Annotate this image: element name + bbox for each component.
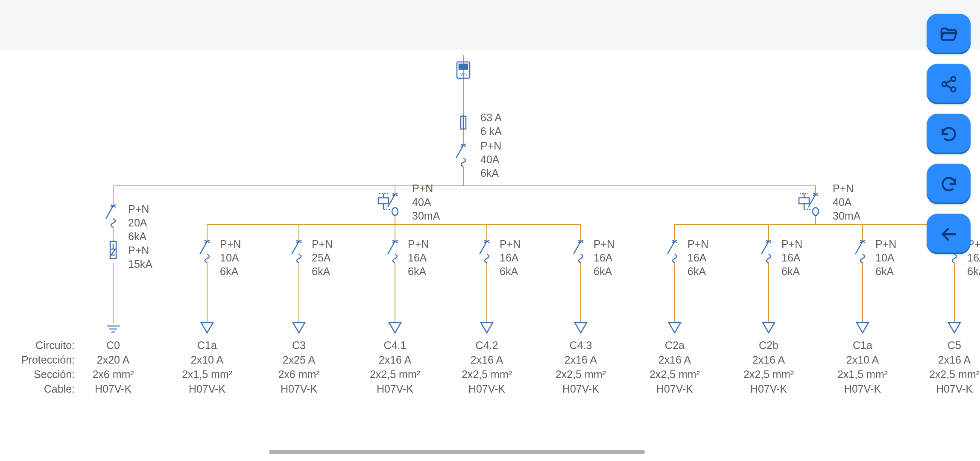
svg-marker-80 [481, 323, 493, 333]
sub-breaker-label: P+N16A6kA [781, 237, 802, 278]
main-breaker-symbol[interactable] [456, 144, 466, 167]
rcd-left-symbol[interactable] [378, 193, 398, 215]
rcd-right-label: P+N 40A 30mA [833, 182, 860, 223]
svg-line-93 [855, 241, 863, 254]
sub-breaker-symbol[interactable] [292, 240, 305, 333]
svg-line-89 [761, 241, 769, 254]
circuit-column: C2b2x16 A2x2,5 mm²H07V-K [743, 338, 794, 396]
c0-earth-symbol[interactable] [107, 326, 120, 332]
toolbar [927, 14, 971, 254]
circuit-column: C02x20 A2x6 mm²H07V-K [92, 338, 134, 396]
circuit-column: C1a2x10 A2x1,5 mm²H07V-K [837, 338, 888, 396]
horizontal-scrollbar[interactable] [269, 450, 645, 454]
redo-button[interactable] [927, 164, 971, 204]
share-button[interactable] [927, 64, 971, 104]
circuit-column: C1a2x10 A2x1,5 mm²H07V-K [182, 338, 232, 396]
circuit-column: C32x25 A2x6 mm²H07V-K [278, 338, 319, 396]
share-icon [940, 75, 958, 93]
table-row-labels: Circuito: Protección: Sección: Cable: [0, 338, 75, 396]
sub-breaker-symbol[interactable] [200, 240, 213, 333]
sub-breaker-label: P+N16A6kA [408, 237, 429, 278]
svg-rect-52 [799, 198, 809, 204]
sub-breaker-label: P+N25A6kA [312, 237, 333, 278]
sub-breaker-symbol[interactable] [667, 240, 681, 333]
svg-line-57 [106, 206, 113, 219]
main-fuse-symbol[interactable] [461, 115, 466, 130]
svg-line-77 [480, 241, 487, 254]
circuit-column: C2a2x16 A2x2,5 mm²H07V-K [649, 338, 700, 396]
circuit-column: C4.22x16 A2x2,5 mm²H07V-K [462, 338, 512, 396]
c0-spd-symbol[interactable] [110, 241, 116, 258]
sub-breaker-label: P+N16A6kA [594, 237, 614, 278]
svg-marker-92 [763, 323, 775, 333]
svg-line-105 [946, 85, 951, 88]
open-button[interactable] [927, 14, 971, 54]
sub-breaker-label: P+N16A6kA [500, 237, 521, 278]
svg-marker-68 [201, 323, 213, 333]
svg-text:Wh: Wh [460, 72, 467, 77]
sub-breaker-label: P+N10A6kA [220, 237, 241, 278]
svg-rect-43 [378, 198, 389, 204]
diagram-canvas[interactable]: Wh [0, 49, 980, 461]
redo-icon [939, 175, 958, 194]
svg-marker-72 [293, 323, 305, 333]
svg-rect-32 [459, 64, 468, 69]
circuit-column: C4.12x16 A2x2,5 mm²H07V-K [370, 338, 420, 396]
svg-line-73 [388, 241, 395, 254]
svg-marker-84 [575, 323, 587, 333]
rcd-right-symbol[interactable] [799, 193, 819, 215]
sub-breaker-symbol[interactable] [388, 240, 401, 333]
folder-open-icon [939, 24, 959, 44]
sub-breaker-symbol[interactable] [480, 240, 493, 333]
circuit-column: C4.32x16 A2x2,5 mm²H07V-K [556, 338, 606, 396]
sub-breaker-symbol[interactable] [573, 240, 587, 333]
back-arrow-icon [939, 225, 958, 244]
back-button[interactable] [927, 214, 971, 254]
svg-line-69 [292, 241, 299, 254]
svg-marker-88 [669, 323, 681, 333]
svg-line-85 [667, 241, 675, 254]
svg-marker-96 [857, 323, 869, 333]
svg-line-65 [200, 241, 207, 254]
svg-point-51 [813, 208, 819, 215]
sub-breaker-label: P+N10A6kA [875, 237, 896, 278]
c0-spd-label: P+N 15kA [128, 244, 152, 271]
svg-point-42 [392, 208, 398, 215]
circuit-column: C52x16 A2x2,5 mm²H07V-K [929, 338, 980, 396]
svg-marker-100 [948, 323, 960, 333]
rcd-left-label: P+N 40A 30mA [412, 182, 440, 223]
c0-breaker-label: P+N 20A 6kA [128, 202, 149, 243]
sub-breaker-label: P+N16A6kA [687, 237, 708, 278]
svg-line-81 [573, 241, 581, 254]
svg-line-36 [456, 145, 463, 158]
main-breaker-label: P+N 40A 6kA [480, 139, 501, 180]
sub-breaker-symbol[interactable] [855, 240, 869, 333]
c0-breaker-symbol[interactable] [106, 205, 116, 227]
svg-marker-76 [389, 323, 401, 333]
top-bar [0, 0, 980, 49]
svg-line-104 [946, 80, 951, 83]
undo-button[interactable] [927, 114, 971, 154]
main-fuse-label: 63 A 6 kA [480, 111, 502, 138]
undo-icon [939, 125, 958, 144]
sub-breaker-symbol[interactable] [761, 240, 775, 333]
